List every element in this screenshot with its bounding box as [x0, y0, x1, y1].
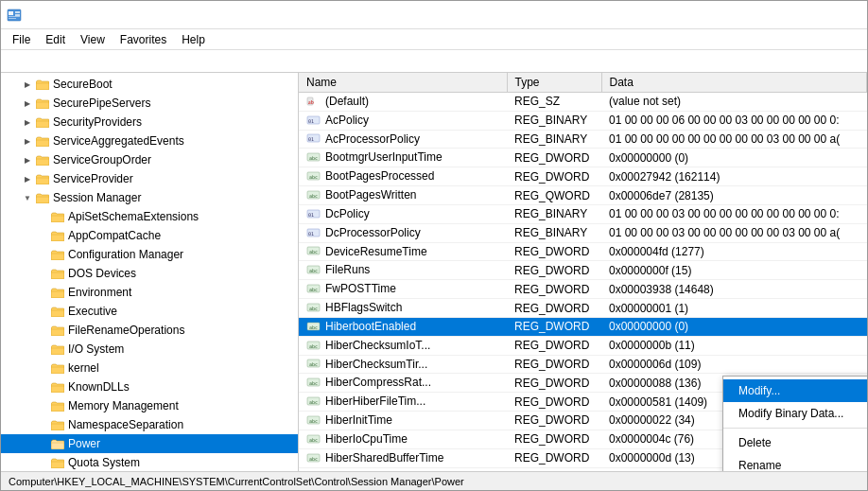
table-row[interactable]: 01DcProcessorPolicyREG_BINARY01 00 00 00…: [299, 223, 867, 242]
table-row[interactable]: abcBootmgrUserInputTimeREG_DWORD0x000000…: [299, 149, 867, 167]
table-row[interactable]: ab(Default)REG_SZ(value not set): [299, 93, 867, 112]
cell-name: abcBootPagesWritten: [299, 186, 507, 205]
cell-data: 0x00000001 (1): [601, 299, 867, 318]
tree-expander-icon[interactable]: ▶: [20, 133, 35, 149]
folder-icon: [50, 229, 65, 242]
svg-rect-3: [15, 14, 20, 16]
tree-item[interactable]: DOS Devices: [1, 264, 298, 283]
tree-item-label: Memory Management: [68, 399, 179, 412]
registry-panel[interactable]: Name Type Data ab(Default)REG_SZ(value n…: [299, 73, 867, 471]
tree-item[interactable]: Environment: [1, 283, 298, 302]
menu-help[interactable]: Help: [174, 31, 213, 48]
context-menu-item[interactable]: Modify...: [723, 379, 867, 402]
tree-item[interactable]: Memory Management: [1, 396, 298, 415]
cell-name: abcHBFlagsSwitch: [299, 299, 507, 318]
menu-file[interactable]: File: [5, 31, 38, 48]
folder-icon: [35, 78, 50, 91]
tree-panel[interactable]: ▶ SecureBoot▶ SecurePipeServers▶ Securit…: [1, 73, 299, 471]
tree-expander-icon[interactable]: ▶: [20, 171, 35, 186]
tree-item[interactable]: Configuration Manager: [1, 245, 298, 264]
table-row[interactable]: 01AcProcessorPolicyREG_BINARY01 00 00 00…: [299, 130, 867, 149]
tree-expander-icon[interactable]: [35, 398, 50, 413]
tree-expander-icon[interactable]: [35, 228, 50, 243]
tree-item[interactable]: ▶ ServiceGroupOrder: [1, 150, 298, 169]
close-button[interactable]: [837, 7, 861, 24]
tree-item[interactable]: AppCompatCache: [1, 226, 298, 245]
reg-type-icon: 01: [306, 114, 321, 128]
tree-item[interactable]: ▶ SecureBoot: [1, 75, 298, 94]
tree-item[interactable]: ▶ ServiceProvider: [1, 169, 298, 188]
cell-type: REG_DWORD: [507, 430, 601, 448]
tree-item-label: ApiSetSchemaExtensions: [68, 210, 199, 223]
tree-item[interactable]: ▼ Session Manager: [1, 188, 298, 207]
folder-icon: [35, 153, 50, 167]
cell-name: abcFwPOSTTime: [299, 280, 507, 299]
tree-expander-icon[interactable]: [35, 417, 50, 432]
menu-view[interactable]: View: [73, 31, 113, 48]
tree-expander-icon[interactable]: [35, 342, 50, 357]
tree-expander-icon[interactable]: [35, 379, 50, 395]
table-row[interactable]: abcHiberChecksumIoT...REG_DWORD0x0000000…: [299, 336, 867, 355]
reg-type-icon: abc: [306, 321, 321, 334]
tree-expander-icon[interactable]: [35, 360, 50, 376]
table-row[interactable]: abcFileRunsREG_DWORD0x0000000f (15): [299, 261, 867, 280]
tree-expander-icon[interactable]: [35, 436, 50, 451]
reg-type-icon: abc: [306, 395, 321, 409]
svg-text:abc: abc: [309, 287, 318, 292]
tree-expander-icon[interactable]: [35, 455, 50, 470]
tree-item[interactable]: Power: [1, 434, 298, 453]
folder-icon: [50, 361, 65, 375]
table-row[interactable]: abcDeviceResumeTimeREG_DWORD0x000004fd (…: [299, 242, 867, 261]
tree-item-label: SecurityProviders: [53, 115, 142, 129]
tree-expander-icon[interactable]: ▶: [20, 77, 35, 92]
menu-edit[interactable]: Edit: [38, 31, 73, 48]
tree-item[interactable]: ApiSetSchemaExtensions: [1, 207, 298, 226]
menu-favorites[interactable]: Favorites: [113, 31, 174, 48]
tree-expander-icon[interactable]: [35, 266, 50, 281]
tree-item[interactable]: kernel: [1, 359, 298, 377]
tree-item[interactable]: Executive: [1, 302, 298, 321]
cell-type: REG_SZ: [507, 93, 601, 112]
tree-expander-icon[interactable]: ▶: [20, 96, 35, 111]
context-menu-item[interactable]: Delete: [723, 431, 867, 454]
context-menu-item[interactable]: Modify Binary Data...: [723, 402, 867, 425]
svg-text:abc: abc: [309, 456, 318, 462]
tree-item[interactable]: ▶ SecurePipeServers: [1, 94, 298, 113]
col-data[interactable]: Data: [601, 73, 867, 93]
table-row[interactable]: 01DcPolicyREG_BINARY01 00 00 00 03 00 00…: [299, 204, 867, 223]
tree-expander-icon[interactable]: ▼: [20, 190, 35, 205]
table-row[interactable]: abcFwPOSTTimeREG_DWORD0x00003938 (14648): [299, 280, 867, 299]
tree-item-label: NamespaceSeparation: [68, 418, 183, 431]
tree-expander-icon[interactable]: ▶: [20, 152, 35, 167]
folder-icon: [50, 324, 65, 337]
tree-expander-icon[interactable]: [35, 285, 50, 300]
tree-expander-icon[interactable]: [35, 209, 50, 224]
minimize-button[interactable]: [784, 7, 808, 24]
tree-expander-icon[interactable]: [35, 323, 50, 338]
tree-item[interactable]: NamespaceSeparation: [1, 415, 298, 434]
col-name[interactable]: Name: [299, 73, 507, 93]
table-row[interactable]: abcBootPagesWrittenREG_QWORD0x00006de7 (…: [299, 186, 867, 205]
svg-text:01: 01: [308, 136, 314, 142]
col-type[interactable]: Type: [507, 73, 601, 93]
tree-expander-icon[interactable]: [35, 304, 50, 319]
cell-data: 0x00003938 (14648): [601, 280, 867, 299]
svg-text:abc: abc: [309, 268, 318, 273]
table-row[interactable]: abcHiberbootEnabledREG_DWORD0x00000000 (…: [299, 317, 867, 336]
tree-item[interactable]: KnownDLLs: [1, 377, 298, 396]
tree-item[interactable]: I/O System: [1, 340, 298, 359]
cell-type: REG_DWORD: [507, 261, 601, 280]
context-menu-item[interactable]: Rename: [723, 454, 867, 471]
table-row[interactable]: 01AcPolicyREG_BINARY01 00 00 00 06 00 00…: [299, 111, 867, 130]
tree-expander-icon[interactable]: ▶: [20, 114, 35, 130]
tree-item[interactable]: Quota System: [1, 453, 298, 471]
tree-item[interactable]: ▶ SecurityProviders: [1, 113, 298, 132]
table-row[interactable]: abcBootPagesProcessedREG_DWORD0x00027942…: [299, 167, 867, 186]
reg-type-icon: abc: [306, 470, 321, 471]
tree-expander-icon[interactable]: [35, 247, 50, 262]
table-row[interactable]: abcHiberChecksumTir...REG_DWORD0x0000006…: [299, 355, 867, 374]
tree-item[interactable]: ▶ ServiceAggregatedEvents: [1, 132, 298, 150]
table-row[interactable]: abcHBFlagsSwitchREG_DWORD0x00000001 (1): [299, 299, 867, 318]
maximize-button[interactable]: [810, 7, 835, 24]
tree-item[interactable]: FileRenameOperations: [1, 321, 298, 340]
